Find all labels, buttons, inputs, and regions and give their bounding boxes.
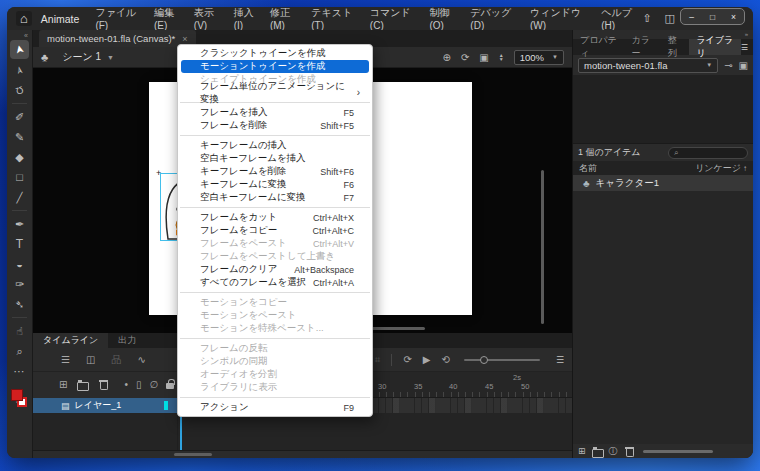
layer-row-header[interactable]: ▤ レイヤー_1 [33,398,177,413]
tab-output[interactable]: 出力 [108,333,146,348]
menubar-item[interactable]: ヘルプ(H) [601,7,642,31]
lock-column-icon[interactable] [166,379,175,389]
collapse-panel-icon[interactable]: « [7,30,32,39]
line-tool[interactable]: ╱ [7,187,32,207]
menu-create-motion-tween[interactable]: モーショントゥイーンを作成 [181,60,369,73]
library-document-select[interactable]: motion-tween-01.fla▼ [578,58,718,73]
color-swatches[interactable]: ◱ [11,389,29,409]
menu-split-audio[interactable]: オーディオを分割 [178,368,372,381]
close-button[interactable]: × [723,9,744,24]
expand-panel-icon[interactable]: » [745,31,748,37]
column-linkage[interactable]: リンケージ ↑ [695,162,747,175]
menu-select-all-frames[interactable]: すべてのフレームを選択 Ctrl+Alt+A [178,276,372,289]
menubar-item[interactable]: 表示(V) [194,7,225,31]
menubar-item[interactable]: 編集(E) [154,7,185,31]
parent-view-icon[interactable]: 品 [111,353,121,367]
menu-paste-and-overwrite-frames[interactable]: フレームをペーストして上書き [178,250,372,263]
item-properties-icon[interactable]: ⓘ [609,445,618,458]
menu-convert-to-keyframes[interactable]: キーフレームに変換 F6 [178,178,372,191]
menu-convert-to-blank-keyframes[interactable]: 空白キーフレームに変換 F7 [178,191,372,204]
pin-library-icon[interactable]: ⊸ [724,60,732,71]
menu-show-in-library[interactable]: ライブラリに表示 [178,381,372,394]
paint-bucket-tool[interactable]: ◒ [7,254,32,274]
menu-copy-frames[interactable]: フレームをコピー Ctrl+Alt+C [178,224,372,237]
subselection-tool[interactable]: ➢ [7,60,32,80]
scene-name[interactable]: シーン 1 [62,50,101,64]
delete-icon[interactable] [98,379,109,390]
menubar-item[interactable]: デバッグ(D) [470,7,521,31]
menubar-item[interactable]: 制御(O) [430,7,462,31]
menubar-item[interactable]: コマンド(C) [370,7,421,31]
menu-convert-to-frame-by-frame[interactable]: フレーム単位のアニメーションに変換 › [178,86,372,99]
panel-menu-icon[interactable]: ☰ [741,43,753,52]
column-name[interactable]: 名前 [579,162,597,175]
rotation-tool-icon[interactable]: ⟳ [461,52,469,63]
menubar-item[interactable]: 修正(M) [270,7,302,31]
menu-remove-frames[interactable]: フレームを削除 Shift+F5 [178,119,372,132]
home-icon[interactable]: ⌂ [16,11,32,26]
tab-library[interactable]: ライブラリ [689,39,740,55]
menu-create-classic-tween[interactable]: クラシックトゥイーンを作成 [178,47,372,60]
stage-vertical-scrollbar[interactable] [541,170,544,324]
timeline-hscrollbar[interactable] [33,450,572,458]
new-symbol-icon[interactable]: ⊞ [578,446,586,456]
tab-color[interactable]: カラー [624,39,660,55]
eyedropper-tool[interactable]: ✑ [7,274,32,294]
layers-icon[interactable]: ☰ [61,354,70,365]
new-layer-icon[interactable]: ⊞ [59,379,67,390]
panel-menu-icon[interactable]: ☰ [556,355,564,365]
layer-outline-color-swatch[interactable] [164,401,168,410]
library-list-area[interactable] [573,191,753,444]
more-tools[interactable]: ⋯ [7,361,32,381]
fill-color-swatch[interactable] [11,389,23,401]
slider-knob[interactable] [480,356,488,364]
play-icon[interactable]: ▶ [423,354,431,365]
lasso-tool[interactable]: Ω [7,80,32,100]
document-tab[interactable]: motion-tween-01.fla (Canvas)* × [39,30,196,47]
zoom-tool[interactable]: ⌕ [7,341,32,361]
menu-actions[interactable]: アクション F9 [178,401,372,414]
layer-name[interactable]: レイヤー_1 [75,399,122,412]
outline-column-icon[interactable]: ▯ [136,379,142,390]
menubar-item[interactable]: ウィンドウ(W) [530,7,592,31]
scrollbar-thumb[interactable] [174,453,212,456]
new-folder-icon[interactable] [77,380,88,389]
close-tab-icon[interactable]: × [182,34,187,44]
menubar-item[interactable]: ファイル(F) [95,7,145,31]
symbol-clover-icon[interactable]: ♣ [41,51,48,63]
menu-clear-frames[interactable]: フレームのクリア Alt+Backspace [178,263,372,276]
menu-paste-frames[interactable]: フレームをペースト Ctrl+Alt+V [178,237,372,250]
library-search-input[interactable]: ⌕ [668,147,748,159]
zoom-level-select[interactable]: 100%▼ [514,50,564,65]
new-library-panel-icon[interactable]: ▣ [739,60,748,71]
menubar-item[interactable]: 挿入(I) [234,7,261,31]
menu-synchronize-symbols[interactable]: シンボルの同期 [178,355,372,368]
minimize-button[interactable]: – [681,9,702,24]
menu-delete-keyframe[interactable]: キーフレームを削除 Shift+F6 [178,165,372,178]
center-stage-icon[interactable]: ⊕ [443,52,451,63]
loop-icon[interactable]: ⟳ [403,354,411,365]
pen-tool[interactable]: ✒ [7,214,32,234]
tab-timeline[interactable]: タイムライン [33,333,108,348]
delete-icon[interactable] [624,446,635,457]
rewind-icon[interactable]: ⟲ [442,354,450,365]
chevron-down-icon[interactable]: ▼ [107,54,114,61]
camera-icon[interactable]: ◫ [86,354,95,365]
menu-insert-blank-keyframe[interactable]: 空白キーフレームを挿入 [178,152,372,165]
zoom-stepper[interactable]: ▲▼ [499,53,504,61]
rectangle-tool[interactable]: □ [7,167,32,187]
hand-tool[interactable]: ☝ [7,321,32,341]
tab-properties[interactable]: プロパティ [573,39,624,55]
classic-brush-tool[interactable]: ✎ [7,127,32,147]
menu-paste-motion-special[interactable]: モーションを特殊ペースト... [178,322,372,335]
frame-markers-icon[interactable]: ⌗ [375,354,381,366]
share-icon[interactable]: ⇧ [642,12,651,25]
library-hscrollbar[interactable] [643,450,713,453]
menu-cut-frames[interactable]: フレームをカット Ctrl+Alt+X [178,211,372,224]
workspace-icon[interactable]: ◫ [665,12,675,25]
menu-reverse-frames[interactable]: フレームの反転 [178,342,372,355]
menubar-item[interactable]: テキスト(T) [311,7,361,31]
menu-insert-frame[interactable]: フレームを挿入 F5 [178,106,372,119]
selection-tool[interactable]: ➤ [10,40,29,59]
menu-paste-motion[interactable]: モーションをペースト [178,309,372,322]
